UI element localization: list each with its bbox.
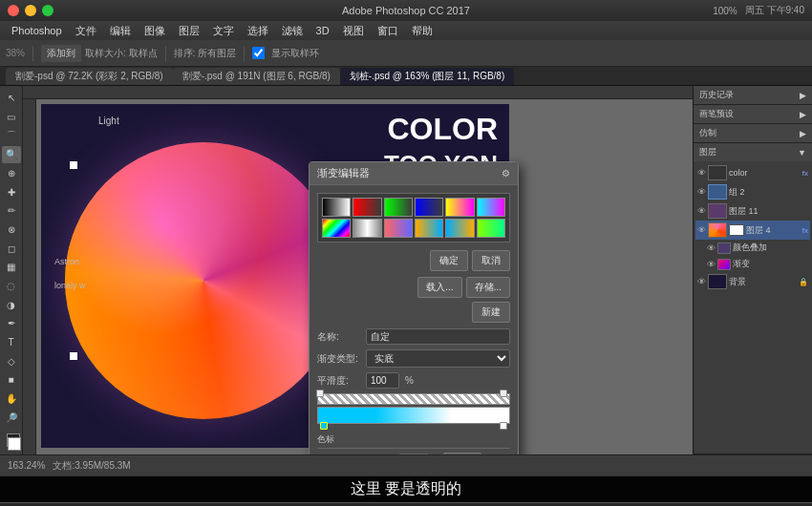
clone-header[interactable]: 仿制 ▶ [694, 124, 812, 142]
lasso-tool[interactable]: ⌒ [2, 127, 21, 144]
layer-row-bg[interactable]: 👁 背景 🔒 [695, 272, 810, 291]
layer-row-4[interactable]: 👁 图层 4 fx [695, 221, 810, 240]
canvas-viewport[interactable]: Light COLOR TOO YON WME MEDIUM MATERIAL … [36, 99, 693, 454]
menu-file[interactable]: 文件 [70, 24, 102, 38]
sample-ring-checkbox[interactable] [252, 47, 265, 59]
import-button[interactable]: 载入... [417, 277, 461, 298]
preset-color10[interactable] [445, 219, 474, 238]
layers-section: 图层 ▼ 👁 color fx 👁 组 2 👁 [694, 143, 812, 454]
eyedropper-tool[interactable]: 🔍 [2, 146, 21, 163]
menu-window[interactable]: 窗口 [372, 24, 404, 38]
eye-icon[interactable]: 👁 [697, 277, 706, 286]
opacity-stop-right[interactable] [500, 390, 507, 397]
menu-select[interactable]: 选择 [242, 24, 274, 38]
minimize-button[interactable] [25, 5, 36, 16]
eye-icon[interactable]: 👁 [707, 243, 716, 253]
tab-doc3[interactable]: 划桩-.psd @ 163% (图层 11, RGB/8) [340, 68, 514, 85]
add-btn[interactable]: 添加到 [41, 45, 81, 62]
marquee-tool[interactable]: ▭ [2, 109, 21, 126]
healing-tool[interactable]: ✚ [2, 183, 21, 200]
layer-row-group2[interactable]: 👁 组 2 [695, 182, 810, 201]
layers-title: 图层 [699, 146, 716, 158]
color-chip[interactable] [343, 454, 364, 455]
confirm-button[interactable]: 确定 [430, 250, 468, 271]
save-button[interactable]: 存储... [466, 277, 510, 298]
history-header[interactable]: 历史记录 ▶ [694, 86, 812, 104]
delete-button[interactable]: 删除 [443, 453, 481, 454]
layer-row-11[interactable]: 👁 图层 11 [695, 201, 810, 221]
preset-color5[interactable] [477, 198, 505, 217]
window-controls[interactable] [8, 5, 53, 16]
preset-color9[interactable] [415, 219, 443, 238]
maximize-button[interactable] [42, 5, 53, 16]
preset-color6[interactable] [322, 219, 351, 238]
color-stop-right[interactable] [500, 422, 507, 430]
eye-icon[interactable]: 👁 [697, 168, 706, 178]
opacity-bar[interactable] [317, 393, 510, 405]
clone-tool[interactable]: ⊗ [2, 221, 21, 239]
menu-filter[interactable]: 滤镜 [276, 24, 309, 38]
path-tool[interactable]: ◇ [2, 352, 21, 369]
text-tool[interactable]: T [2, 334, 21, 351]
gradient-bar-container[interactable] [317, 393, 510, 424]
gradient-bar[interactable] [317, 407, 510, 424]
menu-3d[interactable]: 3D [310, 25, 335, 36]
location-label: 位置: [374, 454, 395, 455]
separator [32, 46, 33, 61]
color-chips[interactable] [2, 432, 21, 451]
eye-icon[interactable]: 👁 [697, 225, 706, 235]
dialog-settings-icon[interactable]: ⚙ [502, 168, 510, 179]
brush-tool[interactable]: ✏ [2, 202, 21, 220]
tab-doc2[interactable]: 割爱-.psd @ 191N (图层 6, RGB/8) [173, 68, 340, 85]
layers-header[interactable]: 图层 ▼ [694, 143, 812, 161]
layer-row-gradient[interactable]: 👁 渐变 [695, 256, 810, 272]
menu-help[interactable]: 帮助 [406, 24, 438, 38]
eye-icon[interactable]: 👁 [707, 260, 716, 269]
dialog-title-bar[interactable]: 渐变编辑器 ⚙ [310, 162, 518, 185]
name-label: 名称: [317, 330, 360, 344]
preset-color2[interactable] [384, 198, 413, 217]
shape-tool[interactable]: ■ [2, 371, 21, 389]
preset-color4[interactable] [445, 198, 474, 217]
eye-icon[interactable]: 👁 [697, 187, 706, 197]
color-stop-left[interactable] [320, 422, 328, 430]
preset-bw[interactable] [322, 198, 351, 217]
blur-tool[interactable]: ◌ [2, 278, 21, 295]
new-button[interactable]: 新建 [472, 302, 510, 323]
move-tool[interactable]: ↖ [2, 90, 21, 107]
type-select[interactable]: 实底 [366, 349, 510, 368]
brush-header[interactable]: 画笔预设 ▶ [694, 105, 812, 123]
hand-tool[interactable]: ✋ [2, 390, 21, 408]
eraser-tool[interactable]: ◻ [2, 240, 21, 257]
menu-image[interactable]: 图像 [139, 24, 171, 38]
preset-color3[interactable] [415, 198, 443, 217]
name-input[interactable] [366, 328, 510, 345]
menu-edit[interactable]: 编辑 [104, 24, 137, 38]
menu-text[interactable]: 文字 [207, 24, 240, 38]
preset-color1[interactable] [353, 198, 381, 217]
layer-thumb [717, 242, 731, 254]
preset-color11[interactable] [477, 219, 505, 238]
gradient-tool[interactable]: ▦ [2, 259, 21, 276]
preset-color7[interactable] [353, 219, 381, 238]
background-color[interactable] [8, 437, 21, 451]
location-input[interactable] [399, 453, 428, 454]
menu-view[interactable]: 视图 [337, 24, 370, 38]
opacity-stop-left[interactable] [316, 390, 324, 397]
smooth-input[interactable] [366, 372, 399, 389]
time-display: 周五 下午9:40 [745, 4, 804, 17]
cancel-button[interactable]: 取消 [472, 250, 510, 271]
layer-row-color[interactable]: 👁 color fx [695, 163, 810, 182]
zoom-tool[interactable]: 🔎 [2, 409, 21, 426]
preset-color8[interactable] [384, 219, 413, 238]
eye-icon[interactable]: 👁 [697, 206, 706, 216]
pen-tool[interactable]: ✒ [2, 315, 21, 332]
dodge-tool[interactable]: ◑ [2, 296, 21, 313]
layer-row-adjust[interactable]: 👁 颜色叠加 [695, 240, 810, 256]
tab-doc1[interactable]: 割爱-psd @ 72.2K (彩彩 2, RGB/8) [6, 68, 173, 85]
close-button[interactable] [8, 5, 19, 16]
canvas-area[interactable]: Light COLOR TOO YON WME MEDIUM MATERIAL … [23, 86, 693, 454]
menu-photoshop[interactable]: Photoshop [6, 25, 68, 36]
menu-layer[interactable]: 图层 [173, 24, 205, 38]
crop-tool[interactable]: ⊕ [2, 165, 21, 182]
